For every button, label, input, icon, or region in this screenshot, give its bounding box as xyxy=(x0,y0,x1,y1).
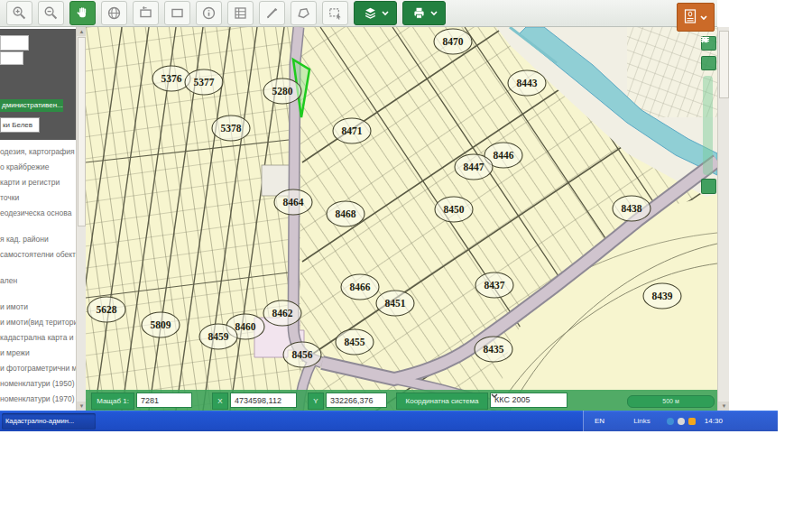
y-coordinate-input[interactable]: 332266,376 xyxy=(326,393,387,408)
document-menu-button[interactable] xyxy=(677,3,715,32)
chevron-down-icon xyxy=(382,11,389,16)
chevron-down-icon xyxy=(430,11,438,16)
map-statusbar: Мащаб 1: 7281 X 4734598,112 Y 332266,376… xyxy=(86,390,717,411)
sidebar-layer-item[interactable]: номенклатури (1950) xyxy=(0,378,76,390)
parcel-number: 8438 xyxy=(622,203,642,214)
grid-icon xyxy=(233,5,248,21)
map-pan-right-button[interactable] xyxy=(701,56,716,70)
x-coordinate-input[interactable]: 4734598,112 xyxy=(230,393,297,408)
sidebar-selected-item[interactable]: дминистративен... xyxy=(0,99,63,112)
scroll-up-icon[interactable]: ▲ xyxy=(77,27,86,36)
sidebar-layer-item[interactable]: ален xyxy=(0,275,76,287)
sidebar-search-field[interactable]: ки Белев xyxy=(0,117,40,133)
empty-area xyxy=(778,411,812,431)
parcel-number: 8446 xyxy=(494,150,514,161)
parcel-number: 5377 xyxy=(194,77,215,88)
sidebar-layer-item[interactable]: номенклатури (1970) xyxy=(0,393,76,405)
parcel-number: 8468 xyxy=(336,208,356,219)
measure-tool[interactable] xyxy=(259,1,285,25)
parcel-number: 5376 xyxy=(161,73,182,84)
map-scalebar: 500 м xyxy=(627,395,715,408)
previous-extent-tool[interactable] xyxy=(133,1,159,25)
sidebar-layer-item[interactable]: и имоти(вид територия) xyxy=(0,317,76,328)
parcel-number: 5378 xyxy=(221,123,242,134)
parcel-number: 5809 xyxy=(151,319,171,330)
rect-icon xyxy=(170,5,185,21)
layers-menu-button[interactable] xyxy=(354,1,397,25)
sidebar-layer-item[interactable]: и имоти xyxy=(0,301,76,313)
parcel-number: 8470 xyxy=(443,36,464,47)
zoom-slider-thumb[interactable] xyxy=(701,179,716,194)
sidebar-layer-item[interactable]: о крайбрежие xyxy=(0,162,76,173)
zoom-out-icon xyxy=(43,5,59,21)
sidebar-layer-item[interactable]: карти и регистри xyxy=(0,177,76,189)
window-scrollbar[interactable]: ▼ xyxy=(717,27,730,411)
scale-input[interactable]: 7281 xyxy=(136,393,192,408)
parcel-number: 8443 xyxy=(517,78,538,88)
rectangle-select-tool[interactable] xyxy=(322,1,348,25)
zoom-in-tool[interactable] xyxy=(6,1,32,25)
empty-area xyxy=(729,0,812,411)
printer-icon xyxy=(411,5,427,21)
cadastral-map: 5376537753785280847084438471844684478450… xyxy=(86,27,717,411)
sidebar-layer-item[interactable]: я кад. райони xyxy=(0,234,76,245)
parcel-number: 8471 xyxy=(342,125,363,136)
sidebar-layer-item[interactable]: одезия, картография и ка xyxy=(0,146,76,158)
x-label: X xyxy=(212,393,228,410)
globe-icon xyxy=(106,5,122,21)
taskbar-window-button[interactable]: Кадастрално-админ... xyxy=(2,413,96,429)
polygon-icon xyxy=(296,5,311,21)
rect-arrow-icon xyxy=(138,5,153,21)
full-extent-tool[interactable] xyxy=(164,1,190,25)
sidebar-tree-panel: дминистративен... ки Белев xyxy=(0,29,77,140)
tree-node-box[interactable] xyxy=(0,35,29,51)
parcel-number: 8460 xyxy=(235,321,256,332)
globe-tool[interactable] xyxy=(101,1,127,25)
sidebar-layer-item[interactable]: и мрежи xyxy=(0,347,76,359)
parcel-number: 8437 xyxy=(484,280,505,291)
parcel-number: 8435 xyxy=(484,344,504,355)
map-viewport[interactable]: 5376537753785280847084438471844684478450… xyxy=(86,27,717,411)
pencil-icon xyxy=(264,5,280,21)
sidebar-layer-item[interactable]: и фотограметрични мат xyxy=(0,363,76,374)
zoom-slider-track[interactable] xyxy=(703,76,713,175)
messenger-tray-icon[interactable] xyxy=(667,418,674,425)
legend-tool[interactable] xyxy=(227,1,254,25)
app-tray-icon[interactable] xyxy=(678,418,685,425)
parcel-number: 8447 xyxy=(464,162,484,172)
taskbar-clock: 14:30 xyxy=(705,417,723,425)
sidebar: дминистративен... ки Белев одезия, карто… xyxy=(0,27,86,411)
links-toolbar[interactable]: Links xyxy=(633,417,651,425)
sidebar-layer-item[interactable]: еодезическа основа xyxy=(0,208,76,219)
identify-tool[interactable] xyxy=(196,1,222,25)
tray-icons xyxy=(667,418,696,425)
polygon-select-tool[interactable] xyxy=(291,1,317,25)
zoom-out-tool[interactable] xyxy=(38,1,64,25)
scrollbar-thumb[interactable] xyxy=(719,31,729,98)
sidebar-scrollbar[interactable]: ▲ ▼ xyxy=(76,27,86,411)
pan-tool[interactable] xyxy=(69,1,96,25)
language-indicator[interactable]: EN xyxy=(595,417,604,425)
parcel-number: 8466 xyxy=(350,282,371,292)
sidebar-layer-item[interactable]: кадастрална карта и кад. xyxy=(0,332,76,344)
hand-icon xyxy=(75,5,90,21)
tree-node-box[interactable] xyxy=(0,51,23,65)
parcel-number: 8459 xyxy=(208,331,229,342)
zoom-in-icon xyxy=(12,5,27,21)
info-icon xyxy=(201,5,217,21)
document-icon xyxy=(684,9,697,26)
parcel-number: 8462 xyxy=(272,308,293,319)
scroll-down-icon[interactable]: ▼ xyxy=(77,402,86,411)
layer-list: одезия, картография и као крайбрежиекарт… xyxy=(0,143,76,405)
system-tray: EN Links 14:30 xyxy=(583,411,778,431)
print-menu-button[interactable] xyxy=(402,1,446,25)
parcel-number: 8450 xyxy=(444,204,465,215)
sidebar-layer-item[interactable]: точки xyxy=(0,192,76,204)
parcel-number: 8439 xyxy=(652,291,673,301)
sidebar-layer-item[interactable]: самостоятелни обекти xyxy=(0,249,76,261)
scrollbar-thumb[interactable] xyxy=(78,37,86,226)
taskbar: Кадастрално-админ... EN Links 14:30 xyxy=(0,411,778,431)
scale-label: Мащаб 1: xyxy=(91,393,134,410)
crs-select[interactable]: ККС 2005 xyxy=(490,393,567,408)
alert-tray-icon[interactable] xyxy=(688,418,696,425)
